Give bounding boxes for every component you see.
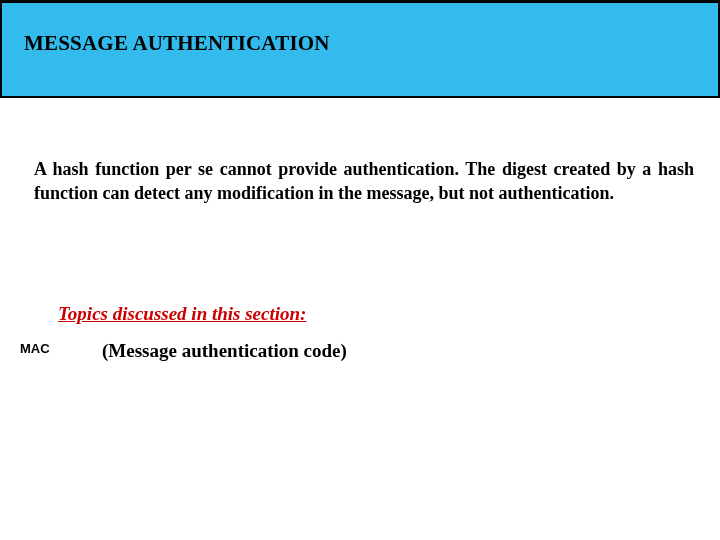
mac-description: (Message authentication code) bbox=[102, 340, 347, 362]
slide: MESSAGE AUTHENTICATION A hash function p… bbox=[0, 0, 720, 540]
intro-paragraph: A hash function per se cannot provide au… bbox=[34, 158, 694, 206]
title-box: MESSAGE AUTHENTICATION bbox=[0, 0, 720, 98]
topics-heading: Topics discussed in this section: bbox=[58, 303, 306, 325]
mac-label: MAC bbox=[20, 341, 50, 356]
slide-title: MESSAGE AUTHENTICATION bbox=[24, 31, 330, 56]
